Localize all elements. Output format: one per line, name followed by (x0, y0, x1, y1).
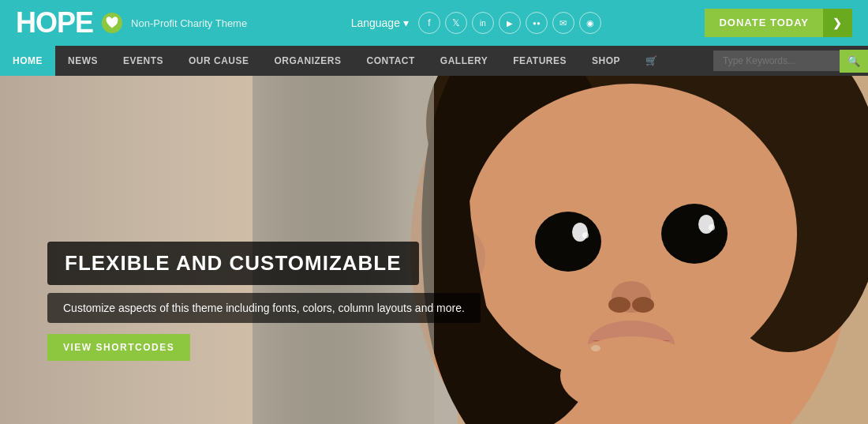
svg-point-12 (582, 232, 589, 238)
linkedin-icon[interactable]: in (472, 12, 494, 34)
donate-area: DONATE TODAY ❯ (705, 9, 852, 37)
nav-item-organizers[interactable]: ORGANIZERS (262, 46, 354, 76)
nav-item-events[interactable]: EVENTS (110, 46, 176, 76)
donate-label: DONATE TODAY (705, 9, 823, 37)
facebook-icon[interactable]: f (418, 12, 440, 34)
svg-point-19 (591, 345, 600, 351)
donate-button[interactable]: DONATE TODAY ❯ (705, 9, 852, 37)
logo-text: HOPE (16, 6, 93, 39)
twitter-icon[interactable]: 𝕏 (445, 12, 467, 34)
logo-icon (101, 12, 123, 34)
youtube-icon[interactable]: ▶ (499, 12, 521, 34)
hero-content: FLEXIBLE AND CUSTOMIZABLE Customize aspe… (47, 242, 481, 361)
nav-item-shop[interactable]: SHOP (579, 46, 633, 76)
chevron-down-icon: ▾ (403, 17, 409, 29)
donate-arrow-icon: ❯ (823, 9, 852, 37)
hero-title-box: FLEXIBLE AND CUSTOMIZABLE (47, 242, 419, 285)
flickr-icon[interactable]: ●● (526, 12, 548, 34)
nav-item-news[interactable]: NEWS (55, 46, 110, 76)
hero-subtitle-box: Customize aspects of this theme includin… (47, 293, 481, 323)
nav-search: 🔍 (713, 50, 868, 73)
svg-point-15 (608, 297, 630, 313)
hero-title: FLEXIBLE AND CUSTOMIZABLE (65, 251, 402, 275)
email-icon[interactable]: ✉ (552, 12, 574, 34)
svg-point-8 (535, 212, 601, 272)
search-icon: 🔍 (847, 55, 860, 67)
nav-items: HOME NEWS EVENTS OUR CAUSE ORGANIZERS CO… (0, 46, 671, 76)
svg-point-16 (632, 297, 654, 313)
nav-bar: HOME NEWS EVENTS OUR CAUSE ORGANIZERS CO… (0, 46, 868, 76)
nav-item-cart[interactable]: 🛒 (633, 46, 671, 76)
hero-cta-button[interactable]: VIEW SHORTCODES (47, 334, 190, 361)
top-center: Language ▾ f 𝕏 in ▶ ●● ✉ ◉ (351, 12, 601, 34)
svg-point-13 (709, 224, 715, 231)
language-button[interactable]: Language ▾ (351, 17, 409, 29)
rss-icon[interactable]: ◉ (579, 12, 601, 34)
svg-point-9 (661, 204, 728, 264)
top-bar: HOPE Non-Profit Charity Theme Language ▾… (0, 0, 868, 46)
social-icons: f 𝕏 in ▶ ●● ✉ ◉ (418, 12, 601, 34)
nav-item-contact[interactable]: CONTACT (354, 46, 428, 76)
search-button[interactable]: 🔍 (840, 50, 868, 73)
logo-area: HOPE Non-Profit Charity Theme (16, 6, 247, 39)
nav-item-features[interactable]: FEATURES (500, 46, 579, 76)
nav-item-gallery[interactable]: GALLERY (428, 46, 500, 76)
nav-item-our-cause[interactable]: OUR CAUSE (176, 46, 262, 76)
nav-item-home[interactable]: HOME (0, 46, 55, 76)
svg-point-18 (560, 336, 702, 415)
hero-subtitle: Customize aspects of this theme includin… (63, 302, 465, 314)
hero-section: FLEXIBLE AND CUSTOMIZABLE Customize aspe… (0, 76, 868, 424)
search-input[interactable] (713, 51, 840, 71)
logo-tagline: Non-Profit Charity Theme (131, 17, 247, 29)
